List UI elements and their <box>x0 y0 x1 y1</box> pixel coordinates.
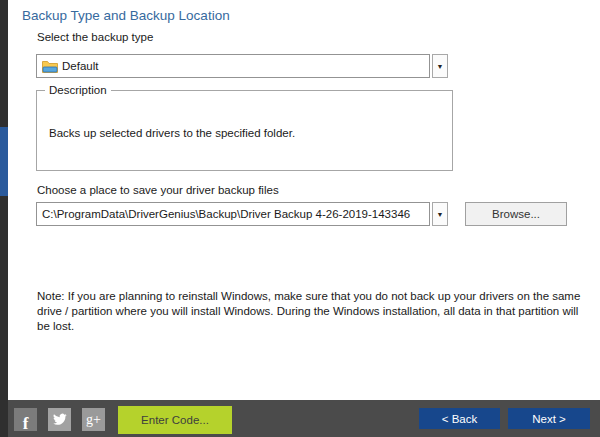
left-sidebar-strip <box>0 0 8 437</box>
back-button[interactable]: < Back <box>419 408 500 429</box>
backup-type-dropdown-arrow-icon[interactable]: ▼ <box>432 54 448 78</box>
dropdown-arrow-glyph: ▼ <box>437 211 444 218</box>
browse-button[interactable]: Browse... <box>465 202 567 226</box>
google-plus-glyph: g+ <box>86 412 101 428</box>
twitter-icon[interactable] <box>48 408 71 431</box>
backup-type-field[interactable]: Default <box>36 54 430 78</box>
page-title: Backup Type and Backup Location <box>22 8 230 23</box>
backup-type-combobox[interactable]: Default ▼ <box>36 54 448 78</box>
backup-type-value: Default <box>62 60 98 72</box>
next-button[interactable]: Next > <box>508 408 590 429</box>
folder-icon <box>42 60 58 73</box>
google-plus-icon[interactable]: g+ <box>82 408 105 431</box>
facebook-glyph: f <box>23 416 29 431</box>
sidebar-selected-indicator <box>0 127 8 196</box>
description-legend: Description <box>45 84 111 96</box>
dropdown-arrow-glyph: ▼ <box>437 63 444 70</box>
backup-location-value: C:\ProgramData\DriverGenius\Backup\Drive… <box>42 208 410 220</box>
backup-location-field[interactable]: C:\ProgramData\DriverGenius\Backup\Drive… <box>36 202 430 226</box>
note-text: Note: If you are planning to reinstall W… <box>37 289 587 335</box>
description-text: Backs up selected drivers to the specifi… <box>49 127 440 139</box>
footer-bar: f g+ Enter Code... < Back Next > <box>8 400 600 437</box>
enter-code-button[interactable]: Enter Code... <box>118 406 232 434</box>
facebook-icon[interactable]: f <box>14 408 37 431</box>
description-groupbox: Description Backs up selected drivers to… <box>36 90 453 171</box>
backup-location-label: Choose a place to save your driver backu… <box>37 184 279 196</box>
backup-location-combobox[interactable]: C:\ProgramData\DriverGenius\Backup\Drive… <box>36 202 448 226</box>
backup-type-label: Select the backup type <box>37 31 153 43</box>
twitter-bird-glyph <box>52 412 67 427</box>
wizard-window: Backup Type and Backup Location Select t… <box>0 0 600 437</box>
backup-location-dropdown-arrow-icon[interactable]: ▼ <box>432 202 448 226</box>
